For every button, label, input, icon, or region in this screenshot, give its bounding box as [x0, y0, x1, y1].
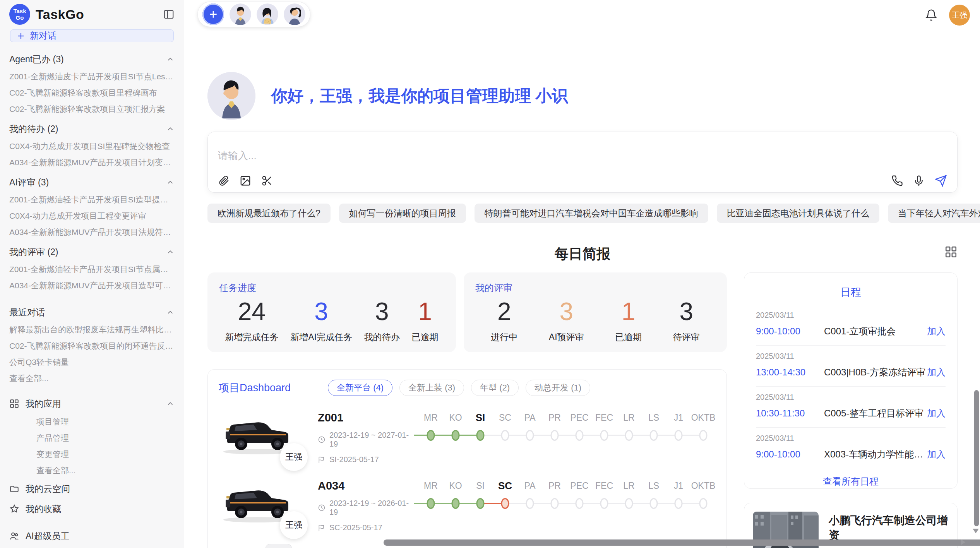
project-car-image: 王强: [219, 410, 296, 461]
project-dates: 2023-12-19 ~ 2027-01-19: [329, 431, 416, 449]
flag-icon: [318, 456, 326, 464]
sidebar-section-3-header[interactable]: 我的评审 (2): [9, 243, 175, 261]
scroll-down-arrow[interactable]: [973, 529, 979, 533]
sidebar-task-item[interactable]: A034-全新新能源MUV产品开发项目造型可行性评审: [9, 277, 175, 294]
schedule-join-link[interactable]: 加入: [927, 325, 946, 337]
horizontal-scrollbar-thumb[interactable]: [384, 539, 980, 546]
vertical-scrollbar-thumb[interactable]: [974, 390, 979, 526]
milestone-dot: [476, 430, 485, 441]
add-member-button[interactable]: [202, 3, 224, 25]
suggestion-chip[interactable]: 特朗普可能对进口汽车增税会对中国车企造成哪些影响: [475, 204, 708, 223]
milestone-ko: KO: [443, 479, 468, 511]
user-avatar[interactable]: 王强: [949, 5, 970, 26]
scroll-right-arrow[interactable]: [961, 539, 965, 545]
sidebar-collapse-icon[interactable]: [163, 9, 175, 20]
left-column: 任务进度24新增完成任务3新增AI完成任务3我的待办1已逾期我的评审2进行中3A…: [207, 272, 727, 548]
teammate-avatar-2[interactable]: [257, 3, 278, 25]
project-row[interactable]: 王强Z0012023-12-19 ~ 2027-01-19SI-2025-05-…: [219, 410, 716, 464]
milestone-ko: KO: [443, 411, 468, 443]
scissors-icon[interactable]: [261, 175, 273, 187]
dashboard-filter-chip[interactable]: 全新上装 (3): [399, 380, 464, 396]
recent-chat-item[interactable]: 解释最新出台的欧盟报废车法规再生塑料比例被调至15%...: [9, 322, 175, 338]
sidebar-recent-header[interactable]: 最近对话: [9, 303, 175, 322]
sidebar-link-cloud-folder[interactable]: 我的云空间: [9, 479, 175, 499]
recent-chat-item[interactable]: 查看全部...: [9, 370, 175, 387]
schedule-card: 日程 2025/03/119:00-10:00C001-立项审批会加入2025/…: [744, 272, 958, 489]
teammate-avatar-3[interactable]: [284, 3, 305, 25]
chevron-up-icon[interactable]: [166, 399, 175, 408]
app-sub-item[interactable]: 项目管理: [9, 414, 175, 430]
sidebar-task-item[interactable]: Z001-全新燃油轻卡产品开发项目SI节点属性5D文件评审: [9, 261, 175, 277]
project-row[interactable]: 王强A0342023-12-19 ~ 2026-01-19SC-2025-05-…: [219, 478, 716, 532]
sidebar-task-item[interactable]: Z001-全新燃油皮卡产品开发项目SI节点Lesson Learn报告: [9, 68, 175, 85]
milestone-label: SC: [493, 479, 517, 493]
schedule-item: 2025/03/119:00-10:00X003-车辆动力学性能验...加入: [756, 428, 946, 468]
schedule-join-link[interactable]: 加入: [927, 366, 946, 378]
stat-columns: 24新增完成任务3新增AI完成任务3我的待办1已逾期: [219, 297, 444, 343]
sidebar-task-item[interactable]: C02-飞腾新能源轻客改款项目里程碑画布: [9, 85, 175, 101]
app-sub-item[interactable]: 产品管理: [9, 430, 175, 446]
chevron-up-icon[interactable]: [166, 248, 175, 256]
sidebar-link-star[interactable]: 我的收藏: [9, 499, 175, 519]
image-icon[interactable]: [240, 175, 251, 187]
attachment-icon[interactable]: [218, 175, 230, 187]
sidebar-task-item[interactable]: C0X4-动力总成开发项目SI里程碑提交物检查: [9, 138, 175, 154]
schedule-time: 9:00-10:00: [756, 449, 815, 460]
sidebar-task-item[interactable]: Z001-全新燃油轻卡产品开发项目SI造型提交物评审: [9, 192, 175, 208]
stats-cards: 任务进度24新增完成任务3新增AI完成任务3我的待办1已逾期我的评审2进行中3A…: [207, 272, 727, 352]
sidebar: Task Go TaskGo 新对话 Agent已办 (3)Z001-全新燃油皮…: [0, 0, 184, 548]
app-sub-item[interactable]: 变更管理: [9, 446, 175, 462]
greeting-block: 你好，王强，我是你的项目管理助理 小识: [207, 72, 958, 120]
recent-chat-item[interactable]: 公司Q3轻卡销量: [9, 354, 175, 370]
milestone-dot: [476, 498, 485, 509]
phone-call-icon[interactable]: [891, 175, 903, 187]
dashboard-filter-chip[interactable]: 年型 (2): [471, 380, 519, 396]
app-sub-item[interactable]: 查看全部...: [9, 462, 175, 479]
milestone-dot: [576, 430, 584, 441]
milestone-si: SI: [468, 479, 493, 511]
microphone-icon[interactable]: [913, 175, 925, 187]
suggestion-chip[interactable]: 如何写一份清晰的项目周报: [339, 204, 466, 223]
teammate-avatar-1[interactable]: [230, 3, 251, 25]
sidebar-section-0-header[interactable]: Agent已办 (3): [9, 50, 175, 68]
milestone-label: PEC: [567, 411, 592, 425]
chevron-up-icon[interactable]: [166, 55, 175, 63]
milestone-dot: [650, 430, 658, 441]
chevron-up-icon[interactable]: [166, 178, 175, 187]
suggestion-chips: 欧洲新规最近颁布了什么?如何写一份清晰的项目周报特朗普可能对进口汽车增税会对中国…: [207, 204, 958, 223]
milestone-oktb: OKTB: [691, 411, 716, 443]
milestone-pr: PR: [542, 479, 567, 511]
milestone-dot: [501, 430, 509, 441]
sidebar-section-1-header[interactable]: 我的待办 (2): [9, 120, 175, 138]
sidebar-tool-chat[interactable]: 帮我写作: [9, 546, 175, 548]
suggestion-chip[interactable]: 当下年轻人对汽车外观有怎样的喜好趋势: [888, 204, 980, 223]
chevron-up-icon[interactable]: [166, 125, 175, 133]
sidebar-section-2-header[interactable]: AI评审 (3): [9, 173, 175, 192]
chat-input[interactable]: [218, 149, 947, 175]
view-all-schedule-link[interactable]: 查看所有日程: [756, 475, 946, 488]
stat-value: 3: [364, 297, 400, 326]
dashboard-filter-chip[interactable]: 全新平台 (4): [328, 380, 392, 396]
dashboard-filter-chip[interactable]: 动总开发 (1): [526, 380, 590, 396]
layout-grid-icon[interactable]: [944, 245, 958, 260]
sidebar-item-my-apps[interactable]: 我的应用: [9, 394, 175, 414]
user-avatar-name: 王强: [952, 10, 967, 21]
stat-card-title: 我的评审: [475, 282, 715, 294]
schedule-join-link[interactable]: 加入: [927, 448, 946, 461]
sidebar-task-item[interactable]: C0X4-动力总成开发项目工程变更评审: [9, 208, 175, 224]
sidebar-task-item[interactable]: C02-飞腾新能源轻客改款项目立项汇报方案: [9, 101, 175, 117]
sidebar-task-item[interactable]: A034-全新新能源MUV产品开发项目计划变更表编写: [9, 154, 175, 171]
sidebar-task-item[interactable]: A034-全新新能源MUV产品开发项目法规符合性评审: [9, 224, 175, 240]
chevron-up-icon[interactable]: [166, 308, 175, 317]
sidebar-tool-users[interactable]: AI超级员工: [9, 526, 175, 546]
notification-bell-icon[interactable]: [925, 9, 937, 21]
main-area: 王强 你好，王强，我是你的项目管理助理 小识: [184, 0, 980, 548]
send-icon[interactable]: [935, 175, 947, 187]
assistant-avatar: [207, 72, 255, 120]
milestone-dot: [600, 498, 608, 509]
new-chat-button[interactable]: 新对话: [10, 29, 174, 42]
suggestion-chip[interactable]: 比亚迪全固态电池计划具体说了什么: [717, 204, 879, 223]
recent-chat-item[interactable]: C02-飞腾新能源轻客改款项目的闭环通告反馈情况: [9, 338, 175, 354]
suggestion-chip[interactable]: 欧洲新规最近颁布了什么?: [207, 204, 331, 223]
schedule-join-link[interactable]: 加入: [927, 407, 946, 420]
